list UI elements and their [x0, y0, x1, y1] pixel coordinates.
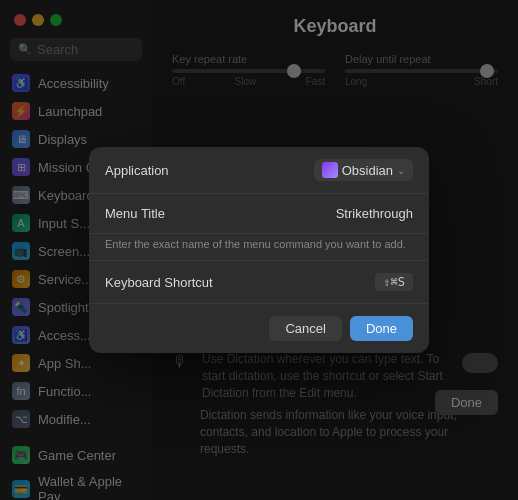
cancel-button[interactable]: Cancel — [269, 316, 341, 341]
done-button[interactable]: Done — [350, 316, 413, 341]
keyboard-shortcut-label: Keyboard Shortcut — [105, 275, 225, 290]
modal-hint: Enter the exact name of the menu command… — [89, 234, 429, 261]
modal-menu-title-row: Menu Title — [89, 194, 429, 234]
menu-title-label: Menu Title — [105, 206, 225, 221]
add-shortcut-modal: Application Obsidian ⌄ Menu Title Enter … — [89, 147, 429, 353]
modal-shortcut-row: Keyboard Shortcut ⇧⌘S — [89, 261, 429, 304]
application-name: Obsidian — [342, 163, 393, 178]
modal-actions: Cancel Done — [89, 304, 429, 353]
menu-title-input[interactable] — [225, 206, 413, 221]
menu-title-value-container — [225, 206, 413, 221]
obsidian-icon — [322, 162, 338, 178]
chevron-down-icon: ⌄ — [397, 165, 405, 176]
application-value: Obsidian ⌄ — [225, 159, 413, 181]
shortcut-badge: ⇧⌘S — [375, 273, 413, 291]
modal-application-row: Application Obsidian ⌄ — [89, 147, 429, 194]
application-label: Application — [105, 163, 225, 178]
app-selector[interactable]: Obsidian ⌄ — [314, 159, 413, 181]
modal-overlay: Application Obsidian ⌄ Menu Title Enter … — [0, 0, 518, 500]
keyboard-shortcut-value: ⇧⌘S — [225, 273, 413, 291]
